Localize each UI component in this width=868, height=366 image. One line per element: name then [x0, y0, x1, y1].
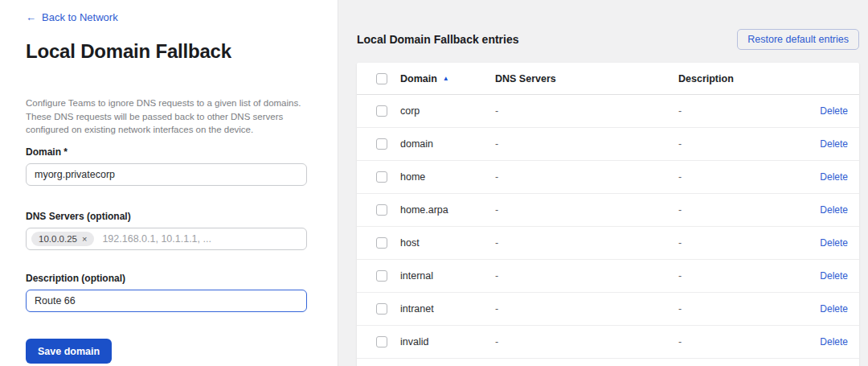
description-cell: - — [678, 171, 800, 183]
description-field: Description (optional) — [26, 273, 306, 312]
entries-table: Domain ▲ DNS Servers Description corp - … — [357, 63, 859, 366]
back-link-label: Back to Network — [42, 11, 118, 23]
description-label: Description (optional) — [26, 273, 306, 284]
dns-servers-cell: - — [495, 171, 678, 183]
remove-tag-icon[interactable]: × — [82, 235, 87, 244]
table-header-row: Domain ▲ DNS Servers Description — [357, 63, 859, 95]
description-cell: - — [678, 204, 800, 216]
domain-cell: intranet — [400, 303, 495, 315]
row-checkbox[interactable] — [376, 336, 387, 347]
dns-server-tag: 10.0.0.25 × — [31, 232, 94, 246]
description-cell: - — [678, 270, 800, 282]
domain-cell: invalid — [400, 336, 495, 347]
delete-link[interactable]: Delete — [820, 204, 848, 216]
delete-link[interactable]: Delete — [820, 237, 848, 249]
delete-link[interactable]: Delete — [820, 138, 848, 150]
dns-servers-cell: - — [495, 270, 678, 282]
delete-link[interactable]: Delete — [820, 336, 848, 347]
column-header-dns-servers[interactable]: DNS Servers — [495, 73, 678, 84]
dns-servers-placeholder: 192.168.0.1, 10.1.1.1, ... — [102, 233, 211, 245]
dns-servers-cell: - — [495, 105, 678, 117]
entries-panel-header: Local Domain Fallback entries Restore de… — [357, 29, 859, 50]
table-body: corp - - Delete domain - - Delete home -… — [357, 95, 859, 359]
table-row: home - - Delete — [357, 161, 859, 194]
column-header-domain-label: Domain — [400, 73, 437, 84]
row-checkbox[interactable] — [376, 204, 387, 216]
row-checkbox[interactable] — [376, 105, 387, 117]
dns-servers-cell: - — [495, 336, 678, 347]
description-cell: - — [678, 303, 800, 315]
delete-link[interactable]: Delete — [820, 171, 848, 183]
table-row: host - - Delete — [357, 227, 859, 260]
description-cell: - — [678, 237, 800, 249]
table-row: corp - - Delete — [357, 95, 859, 128]
page-description: Configure Teams to ignore DNS requests t… — [26, 97, 307, 137]
description-cell: - — [678, 336, 800, 347]
page-title: Local Domain Fallback — [26, 40, 306, 63]
domain-cell: corp — [400, 105, 495, 117]
entries-heading: Local Domain Fallback entries — [357, 33, 519, 46]
entries-panel: Local Domain Fallback entries Restore de… — [338, 0, 868, 366]
table-row: domain - - Delete — [357, 128, 859, 161]
restore-default-entries-button[interactable]: Restore default entries — [737, 29, 859, 50]
delete-link[interactable]: Delete — [820, 303, 848, 315]
domain-cell: host — [400, 237, 495, 249]
save-domain-button[interactable]: Save domain — [26, 339, 112, 364]
dns-servers-cell: - — [495, 237, 678, 249]
sort-ascending-icon: ▲ — [443, 76, 449, 82]
row-checkbox[interactable] — [376, 237, 387, 249]
dns-servers-field: DNS Servers (optional) 10.0.0.25 × 192.1… — [26, 211, 306, 250]
dns-servers-cell: - — [495, 303, 678, 315]
dns-servers-cell: - — [495, 138, 678, 150]
select-all-checkbox[interactable] — [376, 73, 387, 84]
arrow-left-icon: ← — [26, 11, 36, 23]
row-checkbox[interactable] — [376, 303, 387, 315]
delete-link[interactable]: Delete — [820, 270, 848, 282]
form-panel: ← Back to Network Local Domain Fallback … — [0, 0, 338, 366]
dns-servers-cell: - — [495, 204, 678, 216]
domain-input[interactable] — [26, 163, 307, 186]
row-checkbox[interactable] — [376, 171, 387, 183]
row-checkbox[interactable] — [376, 138, 387, 150]
dns-servers-label: DNS Servers (optional) — [26, 211, 306, 222]
description-input[interactable] — [26, 290, 307, 312]
domain-cell: home.arpa — [400, 204, 495, 216]
description-cell: - — [678, 138, 800, 150]
domain-cell: domain — [400, 138, 495, 150]
table-row: home.arpa - - Delete — [357, 194, 859, 227]
description-cell: - — [678, 105, 800, 117]
domain-cell: internal — [400, 270, 495, 282]
table-row: invalid - - Delete — [357, 326, 859, 359]
domain-label: Domain * — [26, 146, 306, 158]
domain-cell: home — [400, 171, 495, 183]
table-row: internal - - Delete — [357, 260, 859, 293]
delete-link[interactable]: Delete — [820, 105, 848, 117]
domain-field: Domain * — [26, 146, 306, 186]
dns-servers-input[interactable]: 10.0.0.25 × 192.168.0.1, 10.1.1.1, ... — [26, 228, 307, 250]
column-header-description[interactable]: Description — [678, 73, 800, 84]
dns-server-tag-value: 10.0.0.25 — [39, 234, 77, 244]
table-row: intranet - - Delete — [357, 293, 859, 326]
column-header-domain[interactable]: Domain ▲ — [400, 73, 495, 84]
back-to-network-link[interactable]: ← Back to Network — [26, 11, 118, 23]
row-checkbox[interactable] — [376, 270, 387, 282]
